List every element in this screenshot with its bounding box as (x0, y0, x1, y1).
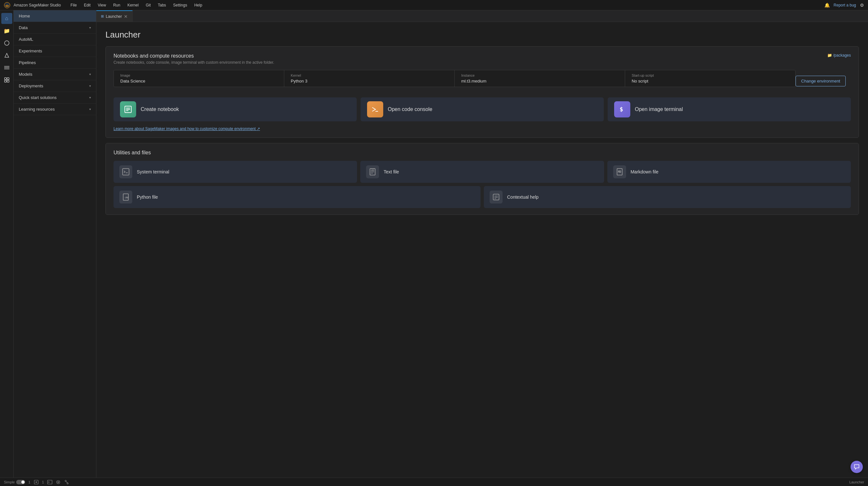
python-file-button[interactable]: .py Python file (114, 186, 480, 208)
text-file-button[interactable]: TXT Text file (360, 161, 604, 183)
svg-text:TXT: TXT (371, 169, 374, 171)
menu-help[interactable]: Help (191, 2, 206, 9)
chevron-down-icon-models: ▾ (89, 72, 91, 76)
toggle-switch-control[interactable] (16, 480, 25, 484)
create-notebook-button[interactable]: Create notebook (114, 97, 357, 121)
config-icon[interactable] (56, 480, 61, 485)
open-code-console-label: Open code console (388, 107, 432, 112)
text-file-label: Text file (383, 169, 399, 174)
svg-rect-7 (4, 80, 6, 82)
folder-link[interactable]: 📁 /packages (827, 53, 851, 58)
env-cell-startup: Start-up script No script (625, 70, 795, 87)
svg-rect-6 (7, 78, 9, 80)
sidebar-section-quickstart: Quick start solutions ▾ (13, 92, 96, 103)
svg-point-35 (65, 480, 66, 482)
menu-right: 🔔 Report a bug ⚙ (824, 3, 864, 8)
sidebar-item-learning[interactable]: Learning resources ▾ (13, 103, 96, 115)
status-bar: Simple 1 1 Launcher (0, 478, 868, 486)
change-environment-button[interactable]: Change environment (796, 76, 846, 86)
content-area: Launcher Notebooks and compute resources… (96, 22, 868, 478)
sidebar-item-pipelines[interactable]: Pipelines (13, 57, 96, 68)
utilities-top-row: System terminal TXT Text f (114, 161, 851, 183)
contextual-help-label: Contextual help (507, 194, 538, 200)
settings-icon[interactable]: ⚙ (860, 3, 864, 8)
sidebar-section-data: Data ▾ (13, 22, 96, 34)
sidebar-section-learning: Learning resources ▾ (13, 103, 96, 115)
menu-git[interactable]: Git (143, 2, 154, 9)
open-code-console-button[interactable]: Open code console (361, 97, 604, 121)
sidebar-item-automl[interactable]: AutoML (13, 34, 96, 45)
simple-toggle[interactable]: Simple (4, 480, 25, 484)
sidebar-item-data[interactable]: Data ▾ (13, 22, 96, 33)
sidebar-icon-list[interactable] (1, 62, 12, 73)
svg-rect-26 (493, 194, 499, 200)
contextual-help-icon (490, 190, 502, 204)
menu-run[interactable]: Run (110, 2, 124, 9)
launcher-status-label: Launcher (849, 480, 864, 484)
menu-settings[interactable]: Settings (170, 2, 190, 9)
contextual-help-button[interactable]: Contextual help (484, 186, 851, 208)
sidebar-item-home[interactable]: Home (13, 10, 96, 22)
menu-tabs[interactable]: Tabs (155, 2, 169, 9)
sidebar-icon-files[interactable]: 📁 (1, 25, 12, 36)
sidebar-icon-circle[interactable] (1, 37, 12, 49)
sidebar-item-quickstart[interactable]: Quick start solutions ▾ (13, 92, 96, 103)
system-terminal-label: System terminal (137, 169, 169, 174)
menu-edit[interactable]: Edit (81, 2, 94, 9)
svg-rect-15 (123, 169, 129, 175)
menu-kernel[interactable]: Kernel (124, 2, 142, 9)
sidebar-section-home: Home (13, 10, 96, 22)
sidebar-item-deployments[interactable]: Deployments ▾ (13, 80, 96, 92)
report-bug-link[interactable]: Report a bug (834, 3, 856, 7)
sidebar-item-models[interactable]: Models ▾ (13, 69, 96, 80)
app-logo (4, 2, 10, 8)
utilities-bottom-row: .py Python file (114, 186, 851, 208)
app-title: Amazon SageMaker Studio (13, 3, 61, 7)
env-row: Image Data Science Kernel Python 3 Insta… (114, 70, 796, 87)
svg-point-31 (36, 482, 37, 483)
sidebar-icon-puzzle[interactable] (1, 74, 12, 85)
bell-icon[interactable]: 🔔 (824, 3, 830, 8)
notebooks-card: Notebooks and compute resources Create n… (105, 46, 859, 138)
svg-rect-5 (4, 78, 6, 80)
open-image-terminal-button[interactable]: $ Open image terminal (608, 97, 851, 121)
sidebar-item-experiments[interactable]: Experiments (13, 45, 96, 57)
system-terminal-button[interactable]: System terminal (114, 161, 357, 183)
menu-view[interactable]: View (94, 2, 109, 9)
main-layout: ⌂ 📁 Home Data ▾ AutoML (0, 10, 868, 478)
text-file-icon: TXT (366, 165, 379, 178)
left-sidebar: Home Data ▾ AutoML Experiments Pipelines (13, 10, 96, 478)
system-terminal-icon (119, 165, 132, 178)
chevron-down-icon-quickstart: ▾ (89, 96, 91, 99)
sidebar-icon-experiments[interactable] (1, 50, 12, 61)
env-cell-image: Image Data Science (114, 70, 284, 87)
svg-line-37 (66, 482, 68, 483)
chevron-down-icon: ▾ (89, 26, 91, 29)
svg-text:$: $ (620, 106, 623, 113)
tab-label: Launcher (106, 14, 122, 19)
markdown-file-button[interactable]: MD Markdown file (607, 161, 851, 183)
env-cell-instance: Instance ml.t3.medium (455, 70, 625, 87)
learn-more-link[interactable]: Learn more about SageMaker images and ho… (114, 126, 851, 131)
chat-button[interactable] (850, 461, 863, 473)
env-row-container: Image Data Science Kernel Python 3 Insta… (114, 70, 851, 92)
page-title: Launcher (105, 30, 859, 40)
sidebar-section-pipelines: Pipelines (13, 57, 96, 69)
tab-close-button[interactable]: ✕ (124, 14, 128, 19)
sidebar-section-deployments: Deployments ▾ (13, 80, 96, 92)
svg-point-36 (67, 483, 68, 484)
sidebar-icon-home[interactable]: ⌂ (1, 13, 12, 24)
menu-file[interactable]: File (67, 2, 80, 9)
env-cell-kernel: Kernel Python 3 (284, 70, 455, 87)
svg-text:.py: .py (124, 196, 128, 199)
markdown-file-label: Markdown file (631, 169, 658, 174)
chevron-down-icon-deployments: ▾ (89, 84, 91, 88)
notebooks-card-subtitle: Create notebooks, code console, image te… (114, 60, 274, 65)
git-status-icon[interactable] (64, 480, 69, 485)
tab-launcher[interactable]: ⊞ Launcher ✕ (96, 10, 133, 22)
terminal-status-icon (47, 480, 52, 485)
create-notebook-label: Create notebook (141, 107, 179, 112)
card-header: Notebooks and compute resources Create n… (114, 53, 851, 65)
svg-point-34 (58, 482, 59, 483)
status-left: Simple 1 1 (4, 480, 69, 485)
